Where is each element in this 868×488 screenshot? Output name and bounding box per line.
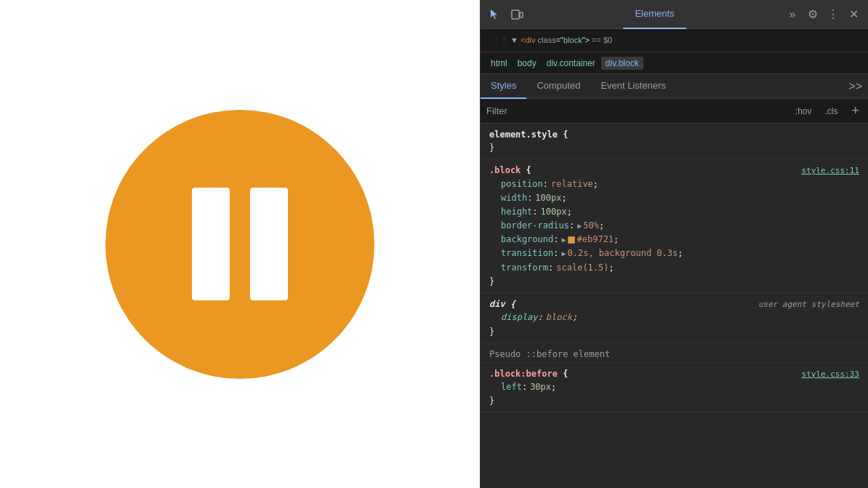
css-closing-brace: } xyxy=(489,325,859,338)
css-prop-width: width : 100px ; xyxy=(489,191,859,205)
hov-button[interactable]: :hov xyxy=(790,104,817,119)
css-selector-div: div { xyxy=(489,297,515,311)
css-prop-background: background : ▶ #eb9721 ; xyxy=(489,233,859,247)
filter-buttons: :hov .cls xyxy=(790,104,843,119)
css-closing-brace: } xyxy=(489,141,859,154)
close-icon[interactable]: ✕ xyxy=(845,6,862,23)
pause-bar-right xyxy=(250,188,288,300)
svg-rect-0 xyxy=(512,10,519,19)
window-icon[interactable] xyxy=(508,6,526,23)
tab-computed[interactable]: Computed xyxy=(526,74,590,99)
more-tabs-icon[interactable]: » xyxy=(784,6,801,23)
breadcrumb-container[interactable]: div.container xyxy=(542,57,600,70)
toolbar-right: » ⚙ ⋮ ✕ xyxy=(784,6,862,23)
css-prop-position: position : relative ; xyxy=(489,177,859,191)
sub-tabs-bar: Styles Computed Event Listeners >> xyxy=(481,74,868,99)
css-prop-display: display : block ; xyxy=(489,311,859,324)
css-prop-transition: transition : ▶ 0.2s, background 0.3s ; xyxy=(489,247,859,260)
breadcrumb-body[interactable]: body xyxy=(513,57,541,70)
css-selector-before: .block:before { xyxy=(489,367,568,380)
settings-icon[interactable]: ⚙ xyxy=(804,6,821,23)
circle-element xyxy=(105,110,374,379)
triangle-icon-bg[interactable]: ▶ xyxy=(561,234,566,246)
css-closing-brace: } xyxy=(489,275,859,288)
triangle-icon[interactable]: ▶ xyxy=(577,220,582,232)
tab-more[interactable]: >> xyxy=(843,74,868,99)
css-content[interactable]: element.style { } .block { style.css:11 … xyxy=(481,124,868,488)
rule-header: div { user agent stylesheet xyxy=(489,297,859,311)
filter-bar: :hov .cls + xyxy=(481,99,868,124)
rule-header: .block:before { style.css:33 xyxy=(489,367,859,381)
filter-input[interactable] xyxy=(486,105,784,116)
selected-node-text: ⋮⋮ ▼ <div class="block"> == $0 xyxy=(486,36,862,45)
css-rule-element-style: element.style { } xyxy=(481,124,868,159)
css-prop-left: left : 30px ; xyxy=(489,380,859,394)
css-prop-height: height : 100px ; xyxy=(489,205,859,219)
tab-event-listeners[interactable]: Event Listeners xyxy=(590,74,676,99)
svg-rect-1 xyxy=(520,12,523,17)
webpage-preview xyxy=(0,0,480,488)
tab-styles[interactable]: Styles xyxy=(481,74,526,99)
devtools-toolbar: Elements » ⚙ ⋮ ✕ xyxy=(481,0,868,29)
breadcrumb-html[interactable]: html xyxy=(486,57,512,70)
cursor-icon[interactable] xyxy=(486,6,504,23)
add-rule-button[interactable]: + xyxy=(848,103,862,119)
css-source-before[interactable]: style.css:33 xyxy=(802,369,859,381)
main-tabs: Elements xyxy=(526,0,784,29)
css-source[interactable]: style.css:11 xyxy=(802,165,859,177)
color-swatch[interactable] xyxy=(568,236,575,244)
rule-header: element.style { xyxy=(489,128,859,141)
toolbar-left xyxy=(486,6,526,23)
cls-button[interactable]: .cls xyxy=(819,104,843,119)
pseudo-element-header: Pseudo ::before element xyxy=(481,343,868,363)
triangle-icon-transition[interactable]: ▶ xyxy=(561,248,566,260)
devtools-panel: Elements » ⚙ ⋮ ✕ ⋮⋮ ▼ <div class="block"… xyxy=(480,0,868,488)
css-selector: .block { xyxy=(489,164,531,177)
css-prop-border-radius: border-radius : ▶ 50% ; xyxy=(489,219,859,233)
selected-node-bar: ⋮⋮ ▼ <div class="block"> == $0 xyxy=(481,29,868,52)
breadcrumb-block[interactable]: div.block xyxy=(601,57,643,70)
rule-header: .block { style.css:11 xyxy=(489,164,859,177)
menu-icon[interactable]: ⋮ xyxy=(824,6,842,23)
css-selector: element.style { xyxy=(489,128,568,141)
css-closing-brace: } xyxy=(489,394,859,407)
breadcrumb-nav: html body div.container div.block xyxy=(481,52,868,74)
css-rule-block-before: .block:before { style.css:33 left : 30px… xyxy=(481,363,868,413)
css-rule-div: div { user agent stylesheet display : bl… xyxy=(481,293,868,343)
tab-elements[interactable]: Elements xyxy=(623,0,686,29)
pause-bar-left xyxy=(192,188,230,300)
user-agent-label: user agent stylesheet xyxy=(758,299,859,311)
css-prop-transform: transform : scale(1.5) ; xyxy=(489,261,859,275)
css-rule-block: .block { style.css:11 position : relativ… xyxy=(481,159,868,293)
